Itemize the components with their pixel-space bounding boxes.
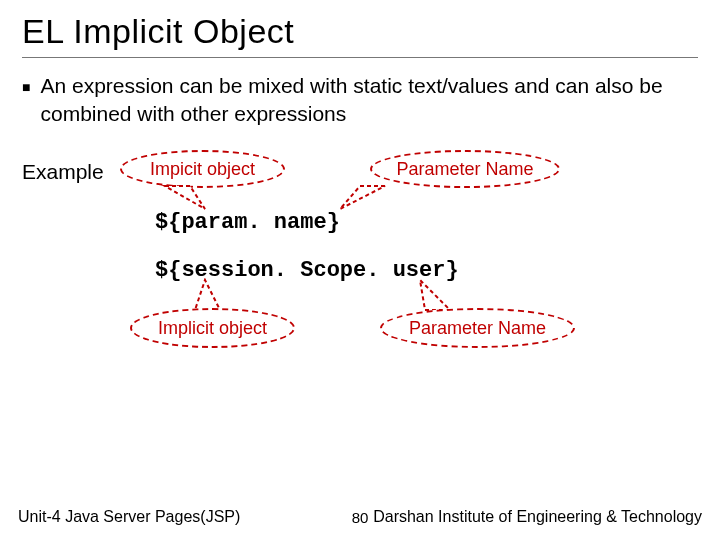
footer-left: Unit-4 Java Server Pages(JSP) — [18, 508, 240, 526]
code-expression-1: ${param. name} — [155, 210, 340, 235]
slide: EL Implicit Object ■ An expression can b… — [0, 0, 720, 540]
bullet-square-icon: ■ — [22, 72, 30, 129]
example-label: Example — [22, 160, 104, 184]
callout-tail-icon — [330, 183, 400, 211]
bullet-item: ■ An expression can be mixed with static… — [22, 72, 698, 129]
svg-marker-3 — [420, 280, 450, 310]
page-title: EL Implicit Object — [22, 12, 698, 58]
slide-footer: Unit-4 Java Server Pages(JSP) 80 Darshan… — [0, 508, 720, 526]
svg-marker-0 — [165, 186, 205, 209]
page-number: 80 — [352, 509, 369, 526]
footer-right: Darshan Institute of Engineering & Techn… — [373, 508, 702, 526]
callout-implicit-bottom: Implicit object — [130, 308, 295, 348]
svg-marker-1 — [340, 186, 385, 209]
callout-paramname-bottom: Parameter Name — [380, 308, 575, 348]
svg-marker-2 — [195, 280, 220, 310]
callout-tail-icon — [165, 278, 245, 312]
callout-tail-icon — [150, 183, 220, 211]
bullet-text: An expression can be mixed with static t… — [40, 72, 698, 129]
callout-tail-icon — [400, 278, 480, 312]
